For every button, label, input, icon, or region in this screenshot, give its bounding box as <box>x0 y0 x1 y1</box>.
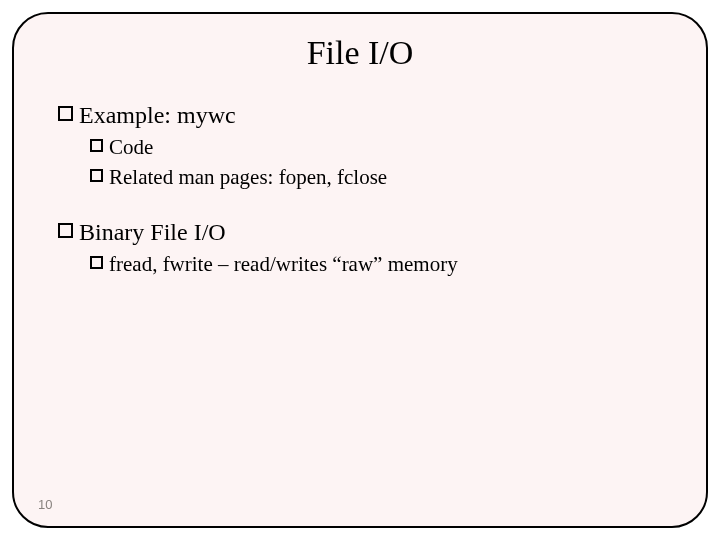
square-bullet-icon <box>58 223 73 238</box>
bullet-example-mywc: Example: mywc <box>58 100 670 130</box>
bullet-text: Code <box>109 134 670 160</box>
square-bullet-icon <box>58 106 73 121</box>
bullet-text: fread, fwrite – read/writes “raw” memory <box>109 251 670 277</box>
bullet-text: Binary File I/O <box>79 217 670 247</box>
slide-title: File I/O <box>50 34 670 72</box>
slide-container: File I/O Example: mywc Code Related man … <box>0 0 720 540</box>
subbullet-code: Code <box>90 134 670 160</box>
square-bullet-icon <box>90 139 103 152</box>
bullet-binary-file-io: Binary File I/O <box>58 217 670 247</box>
page-number: 10 <box>38 497 52 512</box>
square-bullet-icon <box>90 169 103 182</box>
subbullet-fread-fwrite: fread, fwrite – read/writes “raw” memory <box>90 251 670 277</box>
slide-panel: File I/O Example: mywc Code Related man … <box>12 12 708 528</box>
subbullet-related-man-pages: Related man pages: fopen, fclose <box>90 164 670 190</box>
square-bullet-icon <box>90 256 103 269</box>
bullet-text: Related man pages: fopen, fclose <box>109 164 670 190</box>
bullet-text: Example: mywc <box>79 100 670 130</box>
